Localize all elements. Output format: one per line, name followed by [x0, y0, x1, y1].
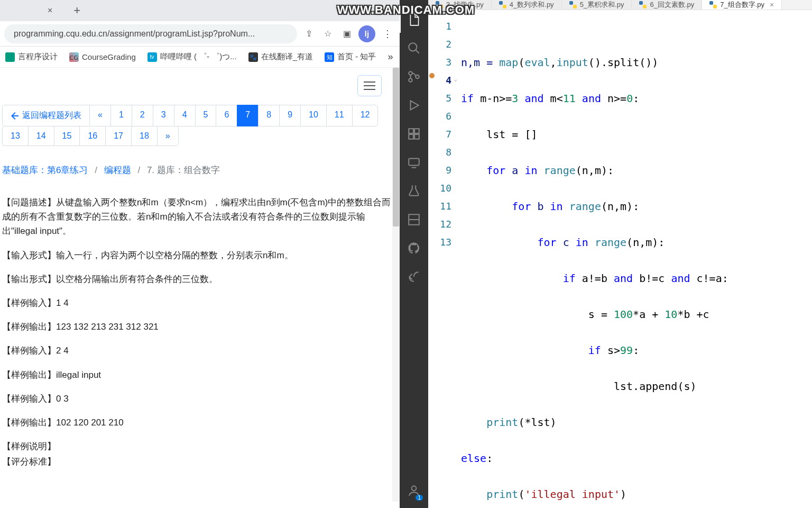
page-next[interactable]: » — [157, 126, 179, 146]
svg-rect-6 — [409, 134, 413, 139]
sample-input-3: 【样例输入】0 3 — [2, 392, 394, 406]
layout-icon[interactable] — [400, 206, 428, 233]
page-content: 返回编程题列表 « 1 2 3 4 5 6 7 8 9 10 11 12 — [0, 68, 400, 508]
tab-6[interactable]: 6_回文素数.py — [632, 0, 702, 10]
close-tab-icon[interactable]: × — [770, 1, 774, 9]
share-icon[interactable]: ⇪ — [301, 26, 316, 41]
editor-tabs: 3_找学生.py 4_数列求和.py 5_累积求和.py 6_回文素数.py 7… — [428, 0, 812, 10]
svg-rect-5 — [414, 129, 419, 133]
accounts-icon[interactable]: 1 — [400, 477, 428, 504]
browser-menu-icon[interactable]: ⋮ — [380, 28, 395, 40]
breadcrumb-type[interactable]: 编程题 — [104, 165, 131, 175]
page-10[interactable]: 10 — [300, 105, 327, 126]
page-11[interactable]: 11 — [326, 105, 353, 126]
split-view-icon[interactable]: ▣ — [339, 26, 354, 41]
bookmark-item[interactable]: tv哔哩哔哩 ( ゜- ゜)つ... — [147, 52, 237, 62]
return-to-list-button[interactable]: 返回编程题列表 — [2, 105, 90, 126]
svg-point-0 — [409, 43, 417, 51]
sample-input-2: 【样例输入】2 4 — [2, 343, 394, 358]
page-4[interactable]: 4 — [174, 105, 196, 126]
svg-point-2 — [409, 78, 412, 82]
problem-body: 【问题描述】从键盘输入两个整数n和m（要求n<m），编程求出由n到m(不包含m)… — [2, 195, 394, 469]
python-icon — [499, 1, 506, 8]
github-icon[interactable] — [400, 235, 428, 261]
svg-point-1 — [409, 71, 412, 75]
grading-criteria: 【评分标准】 — [2, 455, 394, 469]
run-debug-icon[interactable] — [400, 92, 428, 119]
python-icon — [639, 1, 647, 8]
arrow-left-icon — [11, 112, 19, 120]
new-tab-button[interactable]: + — [68, 3, 86, 19]
code-content[interactable]: ⌄ n,m = map(eval,input().split()) if m-n… — [461, 10, 728, 508]
bookmark-item[interactable]: ᴄɢCourseGrading — [69, 52, 136, 62]
search-icon[interactable] — [400, 35, 428, 61]
svg-rect-4 — [409, 129, 413, 133]
page-6[interactable]: 6 — [216, 105, 237, 126]
page-1[interactable]: 1 — [110, 105, 132, 126]
svg-rect-8 — [409, 158, 419, 165]
breadcrumb: 基础题库：第6章练习 / 编程题 / 7. 题库：组合数字 — [2, 164, 394, 176]
page-13[interactable]: 13 — [2, 126, 29, 146]
page-16[interactable]: 16 — [79, 126, 106, 146]
output-format: 【输出形式】以空格分隔输出所有符合条件的三位数。 — [2, 272, 394, 286]
url-field[interactable]: programming.cqu.edu.cn/assignment/progra… — [4, 24, 297, 43]
sample-output-1: 【样例输出】123 132 213 231 312 321 — [2, 320, 394, 334]
python-icon — [569, 1, 577, 8]
tab-7-active[interactable]: 7_组合数字.py× — [702, 0, 782, 10]
bookmarks-bar: 言程序设计 ᴄɢCourseGrading tv哔哩哔哩 ( ゜- ゜)つ...… — [0, 47, 400, 68]
svg-rect-7 — [414, 134, 419, 139]
pagination: 返回编程题列表 « 1 2 3 4 5 6 7 8 9 10 11 12 — [2, 105, 394, 146]
tab-4[interactable]: 4_数列求和.py — [492, 0, 562, 10]
share-icon[interactable] — [400, 264, 428, 290]
gutter — [428, 10, 437, 508]
browser-pane: × + ⌄ programming.cqu.edu.cn/assignment/… — [0, 0, 400, 508]
bookmarks-more-icon[interactable]: » — [387, 51, 393, 62]
profile-avatar[interactable]: lj — [358, 25, 375, 42]
activity-bar: 1 — [400, 0, 428, 508]
sample-note: 【样例说明】 — [2, 439, 394, 453]
sample-output-2: 【样例输出】illegal input — [2, 368, 394, 382]
scrollbar-thumb[interactable] — [393, 68, 399, 226]
page-prev[interactable]: « — [89, 105, 111, 126]
page-3[interactable]: 3 — [153, 105, 174, 126]
sample-output-3: 【样例输出】102 120 201 210 — [2, 415, 394, 430]
python-icon — [709, 1, 717, 8]
page-9[interactable]: 9 — [279, 105, 301, 126]
close-tab-icon[interactable]: × — [42, 3, 58, 19]
breadcrumb-current: 7. 题库：组合数字 — [147, 165, 220, 175]
editor-main: 文件(F) 编辑(E) 选择(S) 查看(V) 转到(G) 运行(R) 7_组合… — [428, 0, 812, 508]
fold-chevron-icon[interactable]: ⌄ — [454, 70, 457, 88]
page-14[interactable]: 14 — [28, 126, 54, 146]
tab-5[interactable]: 5_累积求和.py — [562, 0, 632, 10]
code-editor[interactable]: 1 2 3 4 5 6 7 8 9 10 11 12 13 ⌄ n,m = ma… — [428, 10, 812, 508]
svg-point-10 — [412, 486, 417, 491]
page-15[interactable]: 15 — [54, 126, 80, 146]
bookmark-item[interactable]: 🐾在线翻译_有道 — [248, 52, 313, 62]
extensions-icon[interactable] — [400, 121, 428, 147]
testing-icon[interactable] — [400, 178, 428, 204]
bookmark-item[interactable]: 言程序设计 — [5, 52, 58, 62]
page-5[interactable]: 5 — [195, 105, 217, 126]
page-7[interactable]: 7 — [237, 105, 259, 126]
bandicam-watermark: WWW.BANDICAM.COM — [337, 3, 475, 17]
bookmark-item[interactable]: 知首页 - 知乎 — [325, 52, 376, 62]
sample-input-1: 【样例输入】1 4 — [2, 296, 394, 310]
page-12[interactable]: 12 — [352, 105, 379, 126]
problem-description: 【问题描述】从键盘输入两个整数n和m（要求n<m），编程求出由n到m(不包含m)… — [2, 195, 394, 239]
hamburger-menu[interactable] — [357, 75, 382, 96]
accounts-badge: 1 — [416, 495, 423, 501]
breadcrumb-chapter[interactable]: 基础题库：第6章练习 — [2, 165, 88, 175]
remote-icon[interactable] — [400, 149, 428, 176]
vscode-pane: 1 文件(F) 编辑(E) 选择(S) 查看(V) 转到(G) 运行(R) 7_… — [400, 0, 812, 508]
scrollbar-track[interactable] — [392, 68, 400, 502]
warning-dot-icon — [429, 73, 435, 78]
page-18[interactable]: 18 — [131, 126, 158, 146]
page-2[interactable]: 2 — [132, 105, 153, 126]
bookmark-star-icon[interactable]: ☆ — [320, 26, 335, 41]
source-control-icon[interactable] — [400, 64, 428, 90]
page-17[interactable]: 17 — [105, 126, 132, 146]
address-bar: programming.cqu.edu.cn/assignment/progra… — [0, 21, 400, 47]
page-8[interactable]: 8 — [258, 105, 280, 126]
input-format: 【输入形式】输入一行，内容为两个以空格分隔的整数，分别表示n和m。 — [2, 248, 394, 262]
